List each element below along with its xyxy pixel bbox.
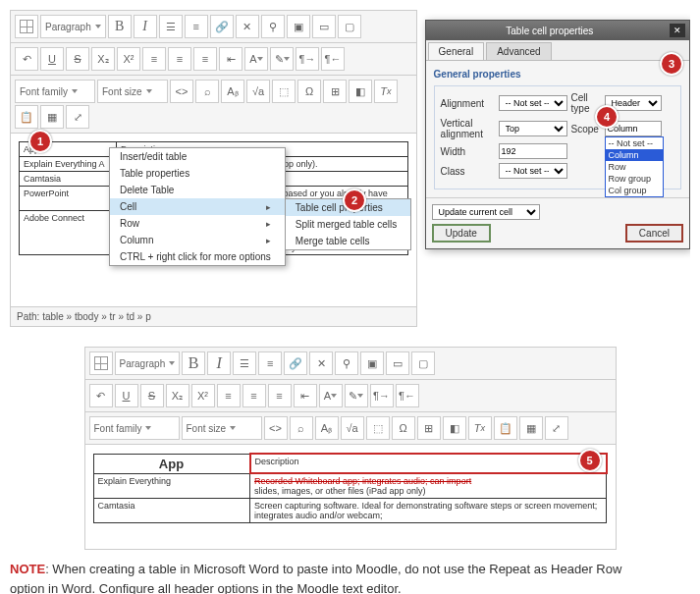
table-grid-icon[interactable] [89, 351, 113, 375]
undo-icon[interactable]: ↶ [15, 47, 38, 71]
underline-button[interactable]: U [115, 384, 138, 407]
ctx-table-props[interactable]: Table properties [110, 165, 285, 182]
unlink-icon[interactable]: ✕ [236, 15, 259, 38]
update-button[interactable]: Update [432, 224, 491, 243]
textcolor-icon[interactable]: A [244, 47, 268, 71]
bgcolor-icon[interactable]: ✎ [345, 384, 368, 407]
align-center-icon[interactable]: ≡ [168, 47, 191, 71]
editor-body[interactable]: App Description Explain Everything A p, … [11, 134, 416, 306]
html-icon[interactable]: <> [264, 416, 288, 440]
spellcheck-icon[interactable]: Aᵦ [221, 80, 244, 103]
link-icon[interactable]: 🔗 [284, 351, 307, 375]
ctx-delete-table[interactable]: Delete Table [110, 182, 285, 198]
subscript-button[interactable]: X₂ [166, 384, 189, 407]
clear-icon[interactable]: ◧ [349, 80, 372, 103]
paste-icon[interactable]: 📋 [15, 105, 38, 129]
equation-icon[interactable]: √a [341, 416, 364, 440]
clear-icon[interactable]: ◧ [443, 416, 466, 440]
image-icon[interactable]: ▣ [360, 351, 384, 375]
fullscreen-icon[interactable]: ⤢ [66, 105, 89, 129]
sub-split-cells[interactable]: Split merged table cells [286, 216, 410, 233]
ltr-icon[interactable]: ¶→ [370, 384, 394, 407]
special-char-icon[interactable]: Ω [297, 80, 321, 103]
equation-icon[interactable]: √a [246, 80, 270, 103]
find-icon[interactable]: ⌕ [290, 416, 313, 440]
align-left-icon[interactable]: ≡ [217, 384, 241, 407]
link-icon[interactable]: 🔗 [210, 15, 234, 38]
subscript-button[interactable]: X₂ [91, 47, 115, 71]
misc-icon[interactable]: ▦ [519, 416, 543, 440]
superscript-button[interactable]: X² [117, 47, 140, 71]
align-left-icon[interactable]: ≡ [142, 47, 166, 71]
table-grid-icon[interactable] [15, 15, 38, 38]
tab-advanced[interactable]: Advanced [486, 42, 551, 60]
file-icon[interactable]: ▢ [338, 15, 361, 38]
superscript-button[interactable]: X² [191, 384, 215, 407]
paste-icon[interactable]: 📋 [494, 416, 517, 440]
media-icon[interactable]: ▭ [312, 15, 336, 38]
close-icon[interactable]: ✕ [670, 24, 685, 37]
undo-icon[interactable]: ↶ [89, 384, 113, 407]
align-right-icon[interactable]: ≡ [268, 384, 292, 407]
rtl-icon[interactable]: ¶← [321, 47, 345, 71]
font-size-select[interactable]: Font size [97, 80, 168, 103]
spellcheck-icon[interactable]: Aᵦ [315, 416, 339, 440]
font-size-select[interactable]: Font size [182, 416, 262, 440]
cancel-button[interactable]: Cancel [625, 224, 683, 243]
align-right-icon[interactable]: ≡ [193, 47, 217, 71]
sel-update-mode[interactable]: Update current cell [432, 204, 540, 220]
number-list-button[interactable]: ≡ [258, 351, 282, 375]
charmap-icon[interactable]: ⬚ [272, 80, 296, 103]
media-icon[interactable]: ▭ [386, 351, 409, 375]
ctx-column[interactable]: Column [110, 232, 285, 248]
ctx-cell[interactable]: Cell Table cell properties Split merged … [110, 198, 285, 215]
bgcolor-icon[interactable]: ✎ [270, 47, 294, 71]
outdent-icon[interactable]: ⇤ [294, 384, 317, 407]
bullet-list-button[interactable]: ☰ [159, 15, 183, 38]
tab-general[interactable]: General [428, 42, 485, 60]
scope-opt-notset[interactable]: -- Not set -- [606, 137, 663, 149]
format-select[interactable]: Paragraph [115, 351, 181, 375]
find-icon[interactable]: ⌕ [195, 80, 219, 103]
table-icon[interactable]: ⊞ [323, 80, 347, 103]
ltr-icon[interactable]: ¶→ [296, 47, 319, 71]
special-char-icon[interactable]: Ω [392, 416, 415, 440]
strike-button[interactable]: S [66, 47, 89, 71]
sub-merge-cells[interactable]: Merge table cells [286, 233, 410, 249]
html-icon[interactable]: <> [170, 80, 193, 103]
ctx-more[interactable]: CTRL + right click for more options [110, 248, 285, 265]
anchor-icon[interactable]: ⚲ [335, 351, 358, 375]
table-icon[interactable]: ⊞ [417, 416, 441, 440]
italic-button[interactable]: I [207, 351, 231, 375]
outdent-icon[interactable]: ⇤ [219, 47, 242, 71]
scope-opt-rowgroup[interactable]: Row group [606, 173, 663, 185]
align-center-icon[interactable]: ≡ [242, 384, 266, 407]
textcolor-icon[interactable]: A [319, 384, 343, 407]
sel-class[interactable]: -- Not set -- [499, 163, 567, 179]
anchor-icon[interactable]: ⚲ [261, 15, 285, 38]
italic-button[interactable]: I [134, 15, 157, 38]
inp-width[interactable] [499, 143, 567, 159]
strike-button[interactable]: S [140, 384, 164, 407]
rtl-icon[interactable]: ¶← [396, 384, 419, 407]
image-icon[interactable]: ▣ [287, 15, 310, 38]
font-family-select[interactable]: Font family [15, 80, 95, 103]
ctx-row[interactable]: Row [110, 215, 285, 232]
sel-valign[interactable]: Top [499, 121, 567, 136]
fullscreen-icon[interactable]: ⤢ [545, 416, 568, 440]
font-family-select[interactable]: Font family [89, 416, 180, 440]
eraser-icon[interactable]: Tx [374, 80, 398, 103]
file-icon[interactable]: ▢ [411, 351, 435, 375]
unlink-icon[interactable]: ✕ [309, 351, 333, 375]
scope-opt-column[interactable]: Column [606, 149, 663, 161]
format-select[interactable]: Paragraph [40, 15, 106, 38]
editor-body-bottom[interactable]: App Description Explain Everything Recor… [85, 445, 616, 549]
scope-opt-row[interactable]: Row [606, 161, 663, 173]
sel-alignment[interactable]: -- Not set -- [499, 95, 567, 111]
bullet-list-button[interactable]: ☰ [233, 351, 256, 375]
bold-button[interactable]: B [182, 351, 205, 375]
scope-opt-colgroup[interactable]: Col group [606, 185, 663, 196]
charmap-icon[interactable]: ⬚ [366, 416, 390, 440]
underline-button[interactable]: U [40, 47, 64, 71]
number-list-button[interactable]: ≡ [185, 15, 208, 38]
